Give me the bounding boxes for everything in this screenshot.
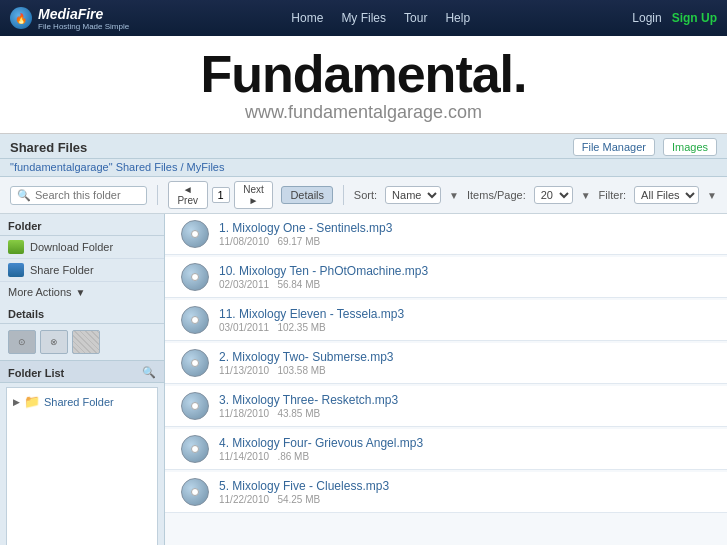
file-info: 11. Mixology Eleven - Tessela.mp3 03/01/… [213, 307, 715, 333]
nav-help[interactable]: Help [445, 11, 470, 25]
folder-item-label: Shared Folder [44, 396, 114, 408]
images-button[interactable]: Images [663, 138, 717, 156]
detail-icon-2[interactable]: ⊗ [40, 330, 68, 354]
more-actions-button[interactable]: More Actions ▼ [0, 282, 164, 302]
mp3-disc-icon [181, 392, 209, 420]
mp3-disc-icon [181, 306, 209, 334]
file-item: 11. Mixology Eleven - Tessela.mp3 03/01/… [165, 300, 727, 341]
signup-button[interactable]: Sign Up [672, 11, 717, 25]
file-item: 5. Mixology Five - Clueless.mp3 11/22/20… [165, 472, 727, 513]
file-name[interactable]: 1. Mixology One - Sentinels.mp3 [219, 221, 715, 235]
file-icon-area [177, 478, 213, 506]
file-icon-area [177, 435, 213, 463]
file-info: 2. Mixology Two- Submerse.mp3 11/13/2010… [213, 350, 715, 376]
file-info: 10. Mixology Ten - PhOtOmachine.mp3 02/0… [213, 264, 715, 290]
banner: Fundamental. www.fundamentalgarage.com [0, 36, 727, 134]
share-icon [8, 263, 24, 277]
detail-icon-1[interactable]: ⊙ [8, 330, 36, 354]
file-name[interactable]: 4. Mixology Four- Grievous Angel.mp3 [219, 436, 715, 450]
pagination-group: ◄ Prev 1 Next ► [168, 181, 274, 209]
folder-section-title: Folder [0, 214, 164, 236]
mp3-disc-icon [181, 220, 209, 248]
folder-icon: 📁 [24, 394, 40, 409]
mp3-disc-icon [181, 435, 209, 463]
header: 🔥 MediaFire File Hosting Made Simple Hom… [0, 0, 727, 36]
file-info: 3. Mixology Three- Resketch.mp3 11/18/20… [213, 393, 715, 419]
filter-select[interactable]: All Files [634, 186, 699, 204]
folder-list-header: Folder List 🔍 [0, 360, 164, 383]
file-meta: 11/18/2010 43.85 MB [219, 408, 715, 419]
share-folder-button[interactable]: Share Folder [0, 259, 164, 282]
nav-tour[interactable]: Tour [404, 11, 427, 25]
disc-center [191, 488, 199, 496]
file-name[interactable]: 10. Mixology Ten - PhOtOmachine.mp3 [219, 264, 715, 278]
next-button[interactable]: Next ► [234, 181, 274, 209]
folder-list-search-icon[interactable]: 🔍 [142, 366, 156, 379]
auth-area: Login Sign Up [632, 11, 717, 25]
nav-home[interactable]: Home [291, 11, 323, 25]
folder-item-shared[interactable]: ▶ 📁 Shared Folder [11, 392, 153, 411]
shared-files-title: Shared Files [10, 140, 87, 155]
file-meta: 11/14/2010 .86 MB [219, 451, 715, 462]
items-per-page-select[interactable]: 20 [534, 186, 573, 204]
banner-title: Fundamental. [0, 48, 727, 100]
logo-area: 🔥 MediaFire File Hosting Made Simple [10, 6, 129, 31]
file-name[interactable]: 5. Mixology Five - Clueless.mp3 [219, 479, 715, 493]
detail-icon-3[interactable] [72, 330, 100, 354]
download-folder-button[interactable]: Download Folder [0, 236, 164, 259]
file-icon-area [177, 220, 213, 248]
file-item: 10. Mixology Ten - PhOtOmachine.mp3 02/0… [165, 257, 727, 298]
main-nav: Home My Files Tour Help [291, 11, 470, 25]
prev-button[interactable]: ◄ Prev [168, 181, 208, 209]
sort-arrow-icon: ▼ [449, 190, 459, 201]
file-list: 1. Mixology One - Sentinels.mp3 11/08/20… [165, 214, 727, 545]
file-name[interactable]: 2. Mixology Two- Submerse.mp3 [219, 350, 715, 364]
mediafire-logo-icon: 🔥 [10, 7, 32, 29]
share-folder-label: Share Folder [30, 264, 94, 276]
search-icon: 🔍 [17, 189, 31, 202]
file-manager-button[interactable]: File Manager [573, 138, 655, 156]
nav-myfiles[interactable]: My Files [341, 11, 386, 25]
search-input[interactable] [35, 189, 140, 201]
logo-text: MediaFire [38, 6, 103, 22]
filter-label: Filter: [599, 189, 627, 201]
disc-center [191, 359, 199, 367]
file-meta: 11/08/2010 69.17 MB [219, 236, 715, 247]
sort-label: Sort: [354, 189, 377, 201]
mp3-disc-icon [181, 349, 209, 377]
main-content: Folder Download Folder Share Folder More… [0, 214, 727, 545]
file-name[interactable]: 11. Mixology Eleven - Tessela.mp3 [219, 307, 715, 321]
more-actions-arrow-icon: ▼ [76, 287, 86, 298]
file-icon-area [177, 306, 213, 334]
details-icons: ⊙ ⊗ [0, 324, 164, 360]
folder-list: ▶ 📁 Shared Folder [6, 387, 158, 545]
mp3-disc-icon [181, 478, 209, 506]
download-folder-label: Download Folder [30, 241, 113, 253]
more-actions-label: More Actions [8, 286, 72, 298]
disc-center [191, 445, 199, 453]
sort-select[interactable]: Name [385, 186, 441, 204]
file-icon-area [177, 349, 213, 377]
disc-center [191, 230, 199, 238]
login-button[interactable]: Login [632, 11, 661, 25]
file-item: 4. Mixology Four- Grievous Angel.mp3 11/… [165, 429, 727, 470]
file-info: 4. Mixology Four- Grievous Angel.mp3 11/… [213, 436, 715, 462]
mp3-disc-icon [181, 263, 209, 291]
logo-sub: File Hosting Made Simple [38, 22, 129, 31]
file-item: 1. Mixology One - Sentinels.mp3 11/08/20… [165, 214, 727, 255]
search-box: 🔍 [10, 186, 147, 205]
file-name[interactable]: 3. Mixology Three- Resketch.mp3 [219, 393, 715, 407]
items-arrow-icon: ▼ [581, 190, 591, 201]
file-icon-area [177, 392, 213, 420]
disc-center [191, 316, 199, 324]
file-info: 1. Mixology One - Sentinels.mp3 11/08/20… [213, 221, 715, 247]
file-icon-area [177, 263, 213, 291]
shared-files-header: Shared Files File Manager Images [0, 134, 727, 159]
header-buttons: File Manager Images [573, 138, 717, 156]
file-meta: 02/03/2011 56.84 MB [219, 279, 715, 290]
details-button[interactable]: Details [281, 186, 333, 204]
breadcrumb[interactable]: "fundamentalgarage" Shared Files / MyFil… [0, 159, 727, 177]
sidebar: Folder Download Folder Share Folder More… [0, 214, 165, 545]
filter-arrow-icon: ▼ [707, 190, 717, 201]
toolbar: 🔍 ◄ Prev 1 Next ► Details Sort: Name ▼ I… [0, 177, 727, 214]
